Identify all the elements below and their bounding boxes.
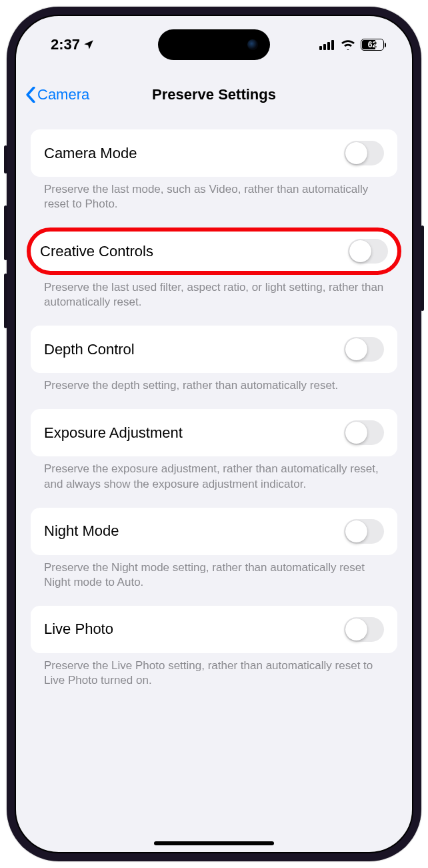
row-label: Night Mode (44, 522, 119, 540)
silent-switch (4, 145, 7, 173)
toggle-knob (349, 240, 371, 262)
row-label: Depth Control (44, 341, 135, 358)
battery-icon: 62 (361, 39, 384, 51)
svg-rect-1 (323, 44, 326, 50)
row-label: Creative Controls (40, 243, 153, 260)
row-night-mode[interactable]: Night Mode (31, 508, 397, 555)
svg-rect-2 (327, 42, 330, 50)
wifi-icon (341, 39, 355, 50)
front-camera (247, 39, 258, 50)
toggle-knob (345, 338, 367, 360)
toggle-creative-controls[interactable] (348, 239, 388, 264)
home-indicator[interactable] (154, 841, 274, 845)
status-time: 2:37 (51, 36, 80, 53)
volume-up-button (4, 205, 7, 260)
setting-creative-controls: Creative Controls Preserve the last used… (31, 228, 397, 310)
power-button (421, 226, 424, 311)
toggle-exposure-adjustment[interactable] (344, 420, 384, 445)
setting-night-mode: Night Mode Preserve the Night mode setti… (31, 508, 397, 590)
row-desc: Preserve the last mode, such as Video, r… (31, 177, 397, 211)
setting-live-photo: Live Photo Preserve the Live Photo setti… (31, 606, 397, 688)
row-depth-control[interactable]: Depth Control (31, 326, 397, 373)
toggle-depth-control[interactable] (344, 337, 384, 362)
chevron-left-icon (25, 87, 36, 103)
location-icon (83, 39, 95, 51)
row-creative-controls[interactable]: Creative Controls (27, 228, 401, 275)
row-desc: Preserve the last used filter, aspect ra… (31, 275, 397, 310)
cell-signal-icon (319, 39, 335, 50)
row-desc: Preserve the depth setting, rather than … (31, 373, 397, 393)
row-live-photo[interactable]: Live Photo (31, 606, 397, 653)
row-label: Camera Mode (44, 145, 137, 162)
screen: 2:37 62 Camera Preserve Settings Camera … (15, 15, 413, 853)
phone-frame: 2:37 62 Camera Preserve Settings Camera … (7, 7, 421, 861)
row-label: Live Photo (44, 620, 113, 638)
setting-camera-mode: Camera Mode Preserve the last mode, such… (31, 129, 397, 211)
toggle-night-mode[interactable] (344, 519, 384, 544)
row-label: Exposure Adjustment (44, 424, 183, 442)
nav-bar: Camera Preserve Settings (16, 76, 412, 113)
toggle-knob (345, 422, 367, 444)
row-desc: Preserve the Night mode setting, rather … (31, 555, 397, 590)
toggle-camera-mode[interactable] (344, 141, 384, 165)
row-desc: Preserve the Live Photo setting, rather … (31, 653, 397, 688)
back-button[interactable]: Camera (16, 86, 89, 103)
toggle-knob (345, 142, 367, 164)
dynamic-island (158, 29, 270, 60)
setting-exposure-adjustment: Exposure Adjustment Preserve the exposur… (31, 409, 397, 491)
row-camera-mode[interactable]: Camera Mode (31, 129, 397, 177)
toggle-live-photo[interactable] (344, 617, 384, 642)
row-desc: Preserve the exposure adjustment, rather… (31, 456, 397, 491)
back-label: Camera (37, 86, 89, 103)
toggle-knob (345, 520, 367, 542)
svg-rect-3 (331, 40, 334, 50)
row-exposure-adjustment[interactable]: Exposure Adjustment (31, 409, 397, 456)
svg-rect-0 (319, 46, 322, 50)
setting-depth-control: Depth Control Preserve the depth setting… (31, 326, 397, 393)
settings-list[interactable]: Camera Mode Preserve the last mode, such… (16, 113, 412, 852)
volume-down-button (4, 274, 7, 328)
toggle-knob (345, 618, 367, 640)
